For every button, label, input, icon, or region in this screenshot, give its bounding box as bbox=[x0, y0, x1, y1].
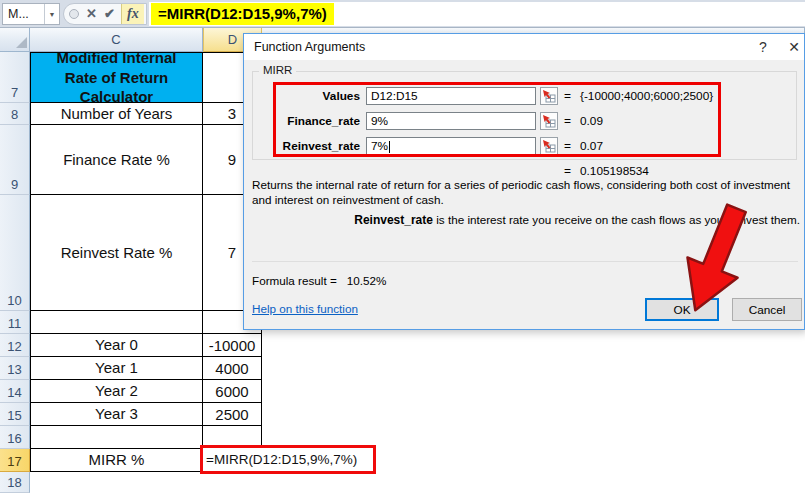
cell-c16[interactable] bbox=[30, 426, 203, 449]
cell-d13[interactable]: 4000 bbox=[203, 357, 262, 380]
argument-help-bold: Reinvest_rate bbox=[354, 213, 433, 227]
name-box-dropdown-icon[interactable]: ▼ bbox=[44, 4, 59, 24]
enter-entry-icon[interactable]: ✔ bbox=[104, 4, 115, 24]
insert-function-icon[interactable]: fx bbox=[121, 4, 144, 24]
row-12: 12 Year 0 -10000 bbox=[0, 334, 805, 357]
row-13: 13 Year 1 4000 bbox=[0, 357, 805, 380]
row-15: 15 Year 3 2500 bbox=[0, 403, 805, 426]
arguments-annotation-box bbox=[273, 82, 721, 157]
cancel-entry-icon[interactable]: ✕ bbox=[86, 4, 97, 24]
cell-c12[interactable]: Year 0 bbox=[30, 334, 203, 357]
corner-triangle-icon bbox=[16, 37, 27, 48]
row-header-12[interactable]: 12 bbox=[0, 334, 30, 357]
grid-filler bbox=[262, 472, 805, 493]
row-header-8[interactable]: 8 bbox=[0, 103, 30, 125]
cancel-button[interactable]: Cancel bbox=[732, 298, 802, 321]
grid-filler bbox=[262, 357, 805, 380]
row-header-14[interactable]: 14 bbox=[0, 380, 30, 403]
excel-window: M... ▼ ✕ ✔ fx =MIRR(D12:D15,9%,7%) C D 7… bbox=[0, 0, 805, 493]
cell-c8[interactable]: Number of Years bbox=[30, 103, 203, 125]
row-header-13[interactable]: 13 bbox=[0, 357, 30, 380]
collapse-dot-icon bbox=[69, 9, 79, 19]
row-header-15[interactable]: 15 bbox=[0, 403, 30, 426]
formula-result-label: Formula result = bbox=[252, 274, 337, 287]
formula-bar: M... ▼ ✕ ✔ fx =MIRR(D12:D15,9%,7%) bbox=[0, 0, 805, 28]
cell-c9[interactable]: Finance Rate % bbox=[30, 125, 203, 195]
formula-result-line: Formula result =10.52% bbox=[252, 274, 386, 287]
row-header-7[interactable]: 7 bbox=[0, 52, 30, 103]
dialog-help-icon[interactable]: ? bbox=[752, 34, 774, 60]
cell-d18[interactable] bbox=[203, 472, 262, 493]
name-box[interactable]: M... ▼ bbox=[2, 3, 60, 25]
dialog-close-icon[interactable]: ✕ bbox=[782, 34, 805, 60]
row-header-11[interactable]: 11 bbox=[0, 311, 30, 334]
row-14: 14 Year 2 6000 bbox=[0, 380, 805, 403]
cell-d12[interactable]: -10000 bbox=[203, 334, 262, 357]
grid-filler bbox=[262, 380, 805, 403]
cell-d15[interactable]: 2500 bbox=[203, 403, 262, 426]
cell-c15[interactable]: Year 3 bbox=[30, 403, 203, 426]
cell-c11[interactable] bbox=[30, 311, 203, 334]
row-header-18[interactable]: 18 bbox=[0, 472, 30, 493]
row-16: 16 bbox=[0, 426, 805, 449]
row-17: 17 MIRR % bbox=[0, 449, 805, 472]
cell-d14[interactable]: 6000 bbox=[203, 380, 262, 403]
help-on-function-link[interactable]: Help on this function bbox=[252, 302, 358, 315]
grid-filler bbox=[262, 334, 805, 357]
cell-c17[interactable]: MIRR % bbox=[30, 449, 203, 472]
row-header-17-selected[interactable]: 17 bbox=[0, 449, 30, 472]
cell-c10[interactable]: Reinvest Rate % bbox=[30, 195, 203, 311]
formula-result-value: 10.52% bbox=[347, 274, 387, 287]
dialog-title: Function Arguments bbox=[254, 34, 365, 60]
cell-c18[interactable] bbox=[30, 472, 203, 493]
grid-filler bbox=[262, 403, 805, 426]
formula-input[interactable]: =MIRR(D12:D15,9%,7%) bbox=[149, 2, 805, 26]
active-cell-formula-annotated[interactable]: =MIRR(D12:D15,9%,7%) bbox=[200, 445, 376, 474]
row-header-10[interactable]: 10 bbox=[0, 195, 30, 311]
select-all-corner[interactable] bbox=[0, 28, 30, 52]
dialog-titlebar: Function Arguments ? ✕ bbox=[244, 34, 804, 60]
row-header-16[interactable]: 16 bbox=[0, 426, 30, 449]
formula-bar-buttons: ✕ ✔ fx bbox=[63, 3, 147, 25]
row-18: 18 bbox=[0, 472, 805, 493]
cell-c14[interactable]: Year 2 bbox=[30, 380, 203, 403]
cell-c13[interactable]: Year 1 bbox=[30, 357, 203, 380]
formula-text[interactable]: =MIRR(D12:D15,9%,7%) bbox=[151, 3, 334, 25]
row-header-9[interactable]: 9 bbox=[0, 125, 30, 195]
cell-c7-title[interactable]: Modified Internal Rate of Return Calcula… bbox=[30, 52, 203, 103]
name-box-value[interactable]: M... bbox=[3, 7, 44, 21]
function-name-label: MIRR bbox=[259, 64, 296, 76]
